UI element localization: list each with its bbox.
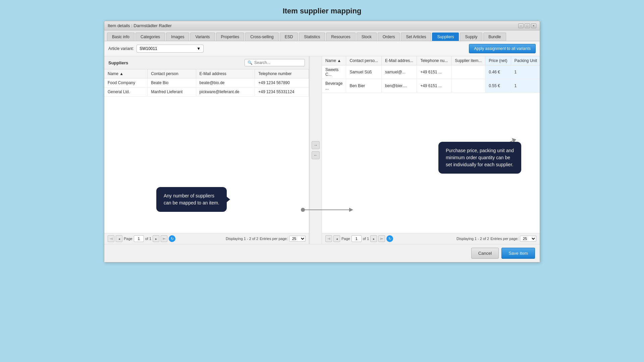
rcol-packing: Packing Unit bbox=[511, 56, 540, 65]
footer-buttons: Cancel Save item bbox=[104, 244, 540, 262]
first-page-button[interactable]: ⊣ bbox=[108, 235, 114, 242]
cell-price: 0.55 € bbox=[485, 79, 511, 93]
window-controls: ─ □ ✕ bbox=[518, 23, 536, 28]
tab-statistics[interactable]: Statistics bbox=[299, 33, 325, 41]
tab-set-articles[interactable]: Set Articles bbox=[401, 33, 431, 41]
cell-phone: +49 6151 ... bbox=[417, 79, 451, 93]
displaying-label: Displaying 1 - 2 of 2 bbox=[226, 237, 258, 241]
r-next-page-button[interactable]: ▸ bbox=[370, 235, 377, 242]
search-icon: 🔍 bbox=[248, 60, 253, 65]
cell-email: samuel@... bbox=[382, 65, 417, 79]
cell-email: beate@bio.de bbox=[196, 78, 255, 87]
cell-supplier-item bbox=[451, 79, 485, 93]
search-input[interactable] bbox=[254, 60, 301, 65]
cell-phone: +49 1234 567890 bbox=[255, 78, 309, 87]
cell-phone: +49 6151 ... bbox=[417, 65, 451, 79]
tab-bar: Basic info Categories Images Variants Pr… bbox=[104, 31, 540, 41]
article-variant-select[interactable]: SW10011 ▼ bbox=[137, 45, 204, 53]
page-title: Item supplier mapping bbox=[283, 7, 362, 15]
sort-icon: ▲ bbox=[119, 71, 123, 76]
cell-packing: 1 bbox=[511, 79, 540, 93]
rcol-name: Name ▲ bbox=[322, 56, 346, 65]
cell-contact: Beate Bio bbox=[148, 78, 196, 87]
window-title: Item details : Darmstädter Radler bbox=[108, 23, 172, 28]
table-row[interactable]: General Ltd. Manfred Lieferant pickware@… bbox=[104, 87, 309, 97]
cell-contact: Manfred Lieferant bbox=[148, 87, 196, 97]
tab-resources[interactable]: Resources bbox=[326, 33, 355, 41]
prev-page-button[interactable]: ◂ bbox=[116, 235, 122, 242]
cell-contact: Ben Bier bbox=[346, 79, 382, 93]
tab-properties[interactable]: Properties bbox=[216, 33, 245, 41]
r-prev-page-button[interactable]: ◂ bbox=[333, 235, 340, 242]
tab-images[interactable]: Images bbox=[166, 33, 189, 41]
cell-contact: Samuel Süß bbox=[346, 65, 382, 79]
tab-variants[interactable]: Variants bbox=[190, 33, 215, 41]
dropdown-arrow-icon: ▼ bbox=[197, 46, 201, 51]
tab-basic-info[interactable]: Basic info bbox=[107, 33, 135, 41]
col-header-name: Name ▲ bbox=[104, 69, 148, 78]
r-entries-per-page-label: Entries per page: bbox=[490, 237, 519, 241]
left-panel-title: Suppliers bbox=[108, 60, 128, 65]
cell-email: pickware@lieferant.de bbox=[196, 87, 255, 97]
tab-esd[interactable]: ESD bbox=[280, 33, 298, 41]
search-box[interactable]: 🔍 bbox=[245, 59, 305, 66]
r-entries-select[interactable]: 25 50 100 bbox=[520, 236, 536, 242]
tooltip-right: Purchase price, packing unit andminimum … bbox=[438, 142, 521, 174]
tooltip-left: Any number of supplierscan be mapped to … bbox=[156, 187, 227, 212]
tab-orders[interactable]: Orders bbox=[378, 33, 400, 41]
cell-name: Sweets C... bbox=[322, 65, 346, 79]
r-page-label: Page bbox=[341, 237, 350, 241]
rcol-price: Price (net) bbox=[485, 56, 511, 65]
tab-supply[interactable]: Supply bbox=[460, 33, 482, 41]
right-pagination: ⊣ ◂ Page of 1 ▸ ⊢ ↻ Displaying 1 - 2 of … bbox=[322, 233, 540, 244]
cell-name: General Ltd. bbox=[104, 87, 148, 97]
tab-stock[interactable]: Stock bbox=[357, 33, 377, 41]
left-pagination: ⊣ ◂ Page of 1 ▸ ⊢ ↻ Displaying 1 - 2 of … bbox=[104, 233, 309, 244]
cell-packing: 1 bbox=[511, 65, 540, 79]
cancel-button[interactable]: Cancel bbox=[471, 248, 499, 259]
cell-price: 0.46 € bbox=[485, 65, 511, 79]
of-label: of 1 bbox=[145, 237, 151, 241]
entries-per-page-label: Entries per page: bbox=[260, 237, 288, 241]
tab-bundle[interactable]: Bundle bbox=[483, 33, 506, 41]
table-row[interactable]: Food Company Beate Bio beate@bio.de +49 … bbox=[104, 78, 309, 87]
article-variant-label: Article variant: bbox=[108, 46, 134, 51]
page-input[interactable] bbox=[134, 235, 144, 242]
cell-email: ben@bier.... bbox=[382, 79, 417, 93]
close-button[interactable]: ✕ bbox=[531, 23, 536, 28]
r-first-page-button[interactable]: ⊣ bbox=[325, 235, 332, 242]
col-header-email: E-Mail address bbox=[196, 69, 255, 78]
r-last-page-button[interactable]: ⊢ bbox=[378, 235, 385, 242]
transfer-left-button[interactable]: ← bbox=[312, 151, 320, 159]
r-refresh-button[interactable]: ↻ bbox=[386, 235, 393, 242]
r-displaying-label: Displaying 1 - 2 of 2 bbox=[457, 237, 489, 241]
tab-categories[interactable]: Categories bbox=[136, 33, 165, 41]
toolbar: Article variant: SW10011 ▼ Apply assignm… bbox=[104, 41, 540, 56]
tab-cross-selling[interactable]: Cross-selling bbox=[245, 33, 278, 41]
left-panel-header: Suppliers 🔍 bbox=[104, 56, 309, 69]
transfer-buttons: → ← bbox=[309, 56, 322, 244]
table-row[interactable]: Sweets C... Samuel Süß samuel@... +49 61… bbox=[322, 65, 540, 79]
rcol-email: E-Mail addres... bbox=[382, 56, 417, 65]
window-titlebar: Item details : Darmstädter Radler ─ □ ✕ bbox=[104, 21, 540, 31]
table-row[interactable]: Beverage ... Ben Bier ben@bier.... +49 6… bbox=[322, 79, 540, 93]
cell-name: Food Company bbox=[104, 78, 148, 87]
save-button[interactable]: Save item bbox=[501, 248, 535, 259]
cell-name: Beverage ... bbox=[322, 79, 346, 93]
minimize-button[interactable]: ─ bbox=[518, 23, 524, 28]
transfer-right-button[interactable]: → bbox=[312, 141, 320, 149]
col-header-phone: Telephone number bbox=[255, 69, 309, 78]
entries-select[interactable]: 25 50 100 bbox=[289, 236, 306, 242]
apply-assignment-button[interactable]: Apply assignment to all variants bbox=[469, 44, 536, 53]
refresh-button[interactable]: ↻ bbox=[169, 235, 175, 242]
page-label: Page bbox=[124, 237, 132, 241]
next-page-button[interactable]: ▸ bbox=[153, 235, 159, 242]
cell-supplier-item bbox=[451, 65, 485, 79]
maximize-button[interactable]: □ bbox=[525, 23, 530, 28]
col-header-contact: Contact person bbox=[148, 69, 196, 78]
tab-suppliers[interactable]: Suppliers bbox=[432, 33, 459, 41]
rcol-supplier-item: Supplier item... bbox=[451, 56, 485, 65]
r-page-input[interactable] bbox=[352, 235, 362, 242]
cell-phone: +49 1234 55331124 bbox=[255, 87, 309, 97]
last-page-button[interactable]: ⊢ bbox=[161, 235, 167, 242]
